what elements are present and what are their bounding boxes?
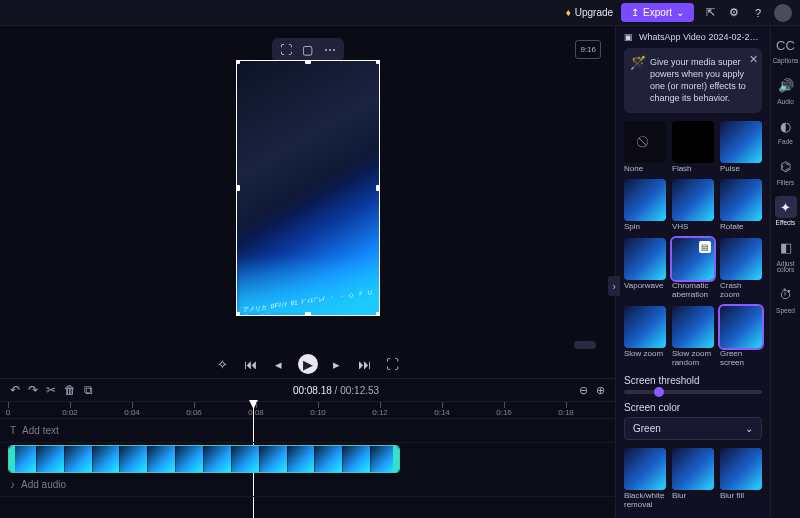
effect-thumb [624, 179, 666, 221]
effect-blur[interactable]: Blur [672, 448, 714, 510]
effect-slow-zoom-random[interactable]: Slow zoom random [672, 306, 714, 368]
help-icon[interactable]: ? [750, 5, 766, 21]
effect-vhs[interactable]: VHS [672, 179, 714, 232]
rail-label: Audio [777, 99, 794, 106]
effects-panel: ▣ WhatsApp Video 2024-02-21 At 12.4....m… [615, 26, 770, 518]
effect-thumb [720, 448, 762, 490]
cut-icon[interactable]: ✂ [46, 383, 56, 397]
redo-icon[interactable]: ↷ [28, 383, 38, 397]
timeline-time: 00:08.18 / 00:12.53 [293, 385, 379, 396]
timeline: ↶ ↷ ✂ 🗑 ⧉ 00:08.18 / 00:12.53 ⊖ ⊕ 00:020… [0, 378, 615, 518]
effect-label: Slow zoom [624, 350, 666, 359]
chevron-down-icon: ⌄ [745, 423, 753, 434]
threshold-heading: Screen threshold [624, 375, 762, 386]
settings-icon[interactable]: ⚙ [726, 5, 742, 21]
aspect-ratio-button[interactable]: 9:16 [575, 40, 601, 59]
canvas-toolbar: ⛶ ▢ ⋯ [272, 38, 344, 62]
effect-crash-zoom[interactable]: Crash zoom [720, 238, 762, 300]
effect-thumb [672, 179, 714, 221]
resize-handle-tr[interactable] [376, 60, 380, 64]
effect-green-screen[interactable]: Green screen [720, 306, 762, 368]
skip-back-icon[interactable]: ⏮ [242, 355, 260, 373]
layer-icon[interactable]: ▢ [300, 42, 316, 58]
resize-handle-bc[interactable] [305, 312, 311, 316]
clip-handle-right[interactable] [393, 446, 399, 472]
clip-handle-left[interactable] [9, 446, 15, 472]
rail-filters[interactable]: ⌬Filters [774, 156, 798, 187]
text-icon: T [10, 425, 16, 436]
zoom-out-icon[interactable]: ⊖ [579, 384, 588, 397]
avatar[interactable] [774, 4, 792, 22]
resize-handle-br[interactable] [376, 312, 380, 316]
undo-icon[interactable]: ↶ [10, 383, 20, 397]
add-audio-label: Add audio [21, 479, 66, 490]
effect-blur-fill[interactable]: Blur fill [720, 448, 762, 510]
resize-handle-tl[interactable] [236, 60, 240, 64]
effect-label: Black/white removal [624, 492, 666, 510]
video-frame[interactable]: アメリカ OFﾘﾉｱ 01 ﾃﾞｨｽﾌﾟﾚｲ ・ ・ Ｏ Ｆ Ｕ Ｘ ・・・ ⟳ [236, 60, 380, 316]
effect-label: Blur fill [720, 492, 762, 501]
effect-chromatic-aberration[interactable]: ▤Chromatic aberration [672, 238, 714, 300]
threshold-slider[interactable] [624, 390, 762, 394]
rail-audio[interactable]: 🔊Audio [774, 75, 798, 106]
effect-thumb: ⃠ [624, 121, 666, 163]
rail-label: Filters [777, 180, 795, 187]
close-icon[interactable]: ✕ [749, 52, 758, 67]
slider-knob[interactable] [654, 387, 664, 397]
link-icon[interactable]: ⇱ [702, 5, 718, 21]
effect-pulse[interactable]: Pulse [720, 121, 762, 174]
export-button[interactable]: ↥ Export ⌄ [621, 3, 694, 22]
add-text-track[interactable]: T Add text [0, 419, 615, 443]
effect-label: Green screen [720, 350, 762, 368]
top-bar: ♦ Upgrade ↥ Export ⌄ ⇱ ⚙ ? [0, 0, 800, 26]
crop-icon[interactable]: ⛶ [278, 42, 294, 58]
timeline-resize-handle[interactable] [574, 341, 596, 349]
effect-label: Chromatic aberration [672, 282, 714, 300]
resize-handle-tc[interactable] [305, 60, 311, 64]
panel-expand-tab[interactable]: › [608, 276, 620, 296]
rail-fade[interactable]: ◐Fade [774, 115, 798, 146]
rail-effects[interactable]: ✦Effects [774, 196, 798, 227]
file-chip[interactable]: ▣ WhatsApp Video 2024-02-21 At 12.4....m… [624, 32, 762, 42]
effect-thumb [672, 306, 714, 348]
frame-fwd-icon[interactable]: ▸ [328, 355, 346, 373]
rail-speed[interactable]: ⏱Speed [774, 284, 798, 315]
resize-handle-bl[interactable] [236, 312, 240, 316]
effects-icon: ✦ [775, 196, 797, 218]
timeline-toolbar: ↶ ↷ ✂ 🗑 ⧉ 00:08.18 / 00:12.53 ⊖ ⊕ [0, 379, 615, 401]
fullscreen-icon[interactable]: ⛶ [384, 355, 402, 373]
fade-icon: ◐ [775, 115, 797, 137]
effect-none[interactable]: ⃠None [624, 121, 666, 174]
speed-icon: ⏱ [775, 284, 797, 306]
effect-slow-zoom[interactable]: Slow zoom [624, 306, 666, 368]
rail-label: Speed [776, 308, 795, 315]
zoom-in-icon[interactable]: ⊕ [596, 384, 605, 397]
play-button[interactable]: ▶ [298, 354, 318, 374]
effect-thumb [672, 121, 714, 163]
effect-thumb [624, 306, 666, 348]
effect-flash[interactable]: Flash [672, 121, 714, 174]
duplicate-icon[interactable]: ⧉ [84, 383, 93, 397]
captions-icon: CC [775, 34, 797, 56]
resize-handle-ml[interactable] [236, 185, 240, 191]
canvas-area: ⛶ ▢ ⋯ 9:16 アメリカ OFﾘﾉｱ 01 ﾃﾞｨｽﾌﾟﾚｲ ・ ・ Ｏ … [0, 26, 615, 350]
add-audio-track[interactable]: ♪ Add audio [0, 473, 615, 497]
video-clip[interactable] [8, 445, 400, 473]
effect-vaporwave[interactable]: Vaporwave [624, 238, 666, 300]
timeline-ruler[interactable]: 00:020:040:060:080:100:120:140:160:18 [0, 401, 615, 419]
rail-captions[interactable]: CCCaptions [774, 34, 798, 65]
skip-fwd-icon[interactable]: ⏭ [356, 355, 374, 373]
effect-spin[interactable]: Spin [624, 179, 666, 232]
effect-black-white-removal[interactable]: Black/white removal [624, 448, 666, 510]
rail-adjust-colors[interactable]: ◧Adjust colors [774, 237, 798, 274]
more-icon[interactable]: ⋯ [322, 42, 338, 58]
delete-icon[interactable]: 🗑 [64, 383, 76, 397]
effect-thumb [624, 448, 666, 490]
magic-icon[interactable]: ✧ [214, 355, 232, 373]
upgrade-button[interactable]: ♦ Upgrade [566, 7, 613, 18]
screen-color-select[interactable]: Green ⌄ [624, 417, 762, 440]
resize-handle-mr[interactable] [376, 185, 380, 191]
effect-rotate[interactable]: Rotate [720, 179, 762, 232]
add-text-label: Add text [22, 425, 59, 436]
frame-back-icon[interactable]: ◂ [270, 355, 288, 373]
